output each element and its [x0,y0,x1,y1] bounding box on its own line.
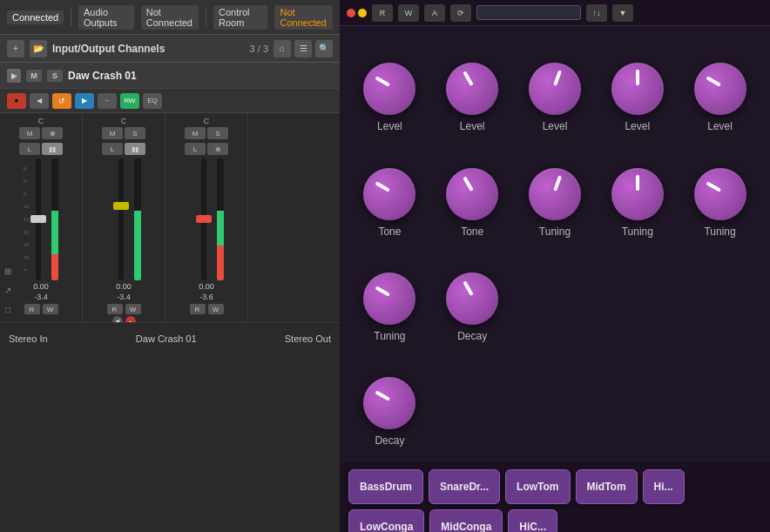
automation-button[interactable]: ~ [98,93,117,109]
mute-button[interactable]: M [26,70,42,82]
drum-pad-midtom[interactable]: MidTom [576,469,638,504]
ch2-s-btn[interactable]: S [125,127,145,139]
loop-button[interactable]: ↺ [52,93,71,109]
ch2-dot-left[interactable]: ◀ [112,316,123,322]
audio-outputs-badge[interactable]: Audio Outputs [78,5,134,30]
knob-8[interactable] [529,168,581,220]
knob-9[interactable] [611,168,664,220]
ch3-s-btn[interactable]: S [207,127,228,139]
mixer-icon[interactable]: ⊞ [2,265,14,277]
knob-cell-10: Tuning [679,139,761,244]
knob-cell-19 [596,349,679,454]
knob-3[interactable] [529,63,581,115]
ch1-sub-btns: L ▮▮ [19,143,63,155]
search-icon[interactable]: 🔍 [315,40,333,57]
rt-r-btn[interactable]: R [372,4,393,22]
list-icon[interactable]: ☰ [294,40,312,57]
drum-pad-bassdrum[interactable]: BassDrum [348,469,423,504]
ch1-m-btn[interactable]: M [19,127,40,139]
rt-loop-btn[interactable]: ⟳ [450,4,471,22]
ch2-dot-rec[interactable]: ● [125,316,136,322]
output-icon[interactable]: □ [2,303,14,315]
channel-3: C M S L ⊕ 0.00 [165,113,248,322]
ch3-w-btn[interactable]: W [208,304,224,314]
ch3-sub-btns: L ⊕ [185,143,228,155]
ch1-value-top: 0.00 [33,282,49,291]
ch2-w-btn[interactable]: W [125,304,141,314]
ch1-r-btn[interactable]: R [24,304,40,314]
stereo-in-label: Stereo In [9,333,48,344]
ch2-fader-handle[interactable] [113,202,129,210]
ch1-value-bottom: -3.4 [34,293,48,301]
ch1-rw-row: R W [24,304,58,314]
close-dot[interactable] [347,9,355,17]
ch1-label: C [38,117,44,125]
ch1-link-btn[interactable]: ⊕ [42,127,63,139]
ch1-l-btn[interactable]: L [19,143,40,155]
sep1 [71,9,71,26]
drum-pad-midconga[interactable]: MidConga [429,509,503,532]
knob-10[interactable] [694,168,746,220]
eq-button[interactable]: EQ [143,93,162,109]
drum-pad-lowtom[interactable]: LowTom [505,469,570,504]
minimize-dot[interactable] [358,9,367,17]
right-toolbar: R W A ⟳ ↑↓ ▼ [340,0,770,26]
ch2-r-btn[interactable]: R [107,304,123,314]
ch2-vu-btn[interactable]: ▮▮ [125,143,145,155]
knob-7[interactable] [446,168,498,220]
rt-chevron-btn[interactable]: ▼ [612,4,633,22]
knob-label-4: Level [625,120,650,132]
ch2-transport-dots: ◀ ● [112,316,136,322]
knob-cell-17 [431,349,514,454]
drum-pad-snaredr---[interactable]: SnareDr... [429,469,500,504]
knob-5[interactable] [694,63,746,115]
rt-arrows-btn[interactable]: ↑↓ [586,4,607,22]
knob-4[interactable] [611,63,664,115]
not-connected-badge[interactable]: Not Connected [141,5,199,30]
rt-a-btn[interactable]: A [424,4,445,22]
knob-label-3: Level [543,120,568,132]
ch3-m-btn[interactable]: M [185,127,206,139]
knob-16[interactable] [363,377,415,429]
drum-pad-lowconga[interactable]: LowConga [348,509,424,532]
rw-button[interactable]: RW [120,93,139,109]
ch2-l-btn[interactable]: L [102,143,123,155]
knob-11[interactable] [363,273,415,325]
back-button[interactable]: ◀ [30,93,49,109]
ch3-link-btn[interactable]: ⊕ [207,143,228,155]
drum-pad-hic---[interactable]: HiC... [508,509,557,532]
knob-6[interactable] [363,168,415,220]
knob-12[interactable] [446,273,498,325]
record-button[interactable]: ● [7,93,26,109]
rt-search-input[interactable] [476,5,581,20]
knob-label-10: Tuning [704,226,735,238]
not-connected2-badge[interactable]: Not Connected [274,5,333,30]
rt-w-btn[interactable]: W [398,4,419,22]
solo-button[interactable]: S [47,70,63,82]
ch1-fader-handle[interactable] [30,215,46,223]
house-icon[interactable]: ⌂ [274,40,291,57]
knob-cell-8: Tuning [514,139,597,244]
knob-label-2: Level [460,120,485,132]
send-icon[interactable]: ↗ [2,284,14,296]
ch1-vu-btn[interactable]: ▮▮ [42,143,63,155]
ch2-m-btn[interactable]: M [102,127,123,139]
sep2 [206,9,206,26]
folder-button[interactable]: 📂 [30,40,47,57]
knob-1[interactable] [363,63,415,115]
knob-cell-15 [679,245,761,349]
strip-folder-icon[interactable]: ▶ [7,69,21,83]
knob-label-16: Decay [375,434,404,447]
ch3-fader-area [167,158,246,280]
ch3-r-btn[interactable]: R [190,304,206,314]
monitor-button[interactable]: ▶ [75,93,94,109]
add-channel-button[interactable]: + [7,40,24,57]
mixer-channels-area: C M ⊕ L ▮▮ 6 0 5 10 15 20 [0,113,340,322]
ch3-l-btn[interactable]: L [185,143,206,155]
knob-2[interactable] [446,63,498,115]
drum-pad-hi---[interactable]: Hi... [643,469,685,504]
ch3-fader-handle[interactable] [196,215,212,223]
control-room-badge[interactable]: Control Room [213,5,267,30]
window-dots [347,9,367,17]
ch1-w-btn[interactable]: W [43,304,58,314]
